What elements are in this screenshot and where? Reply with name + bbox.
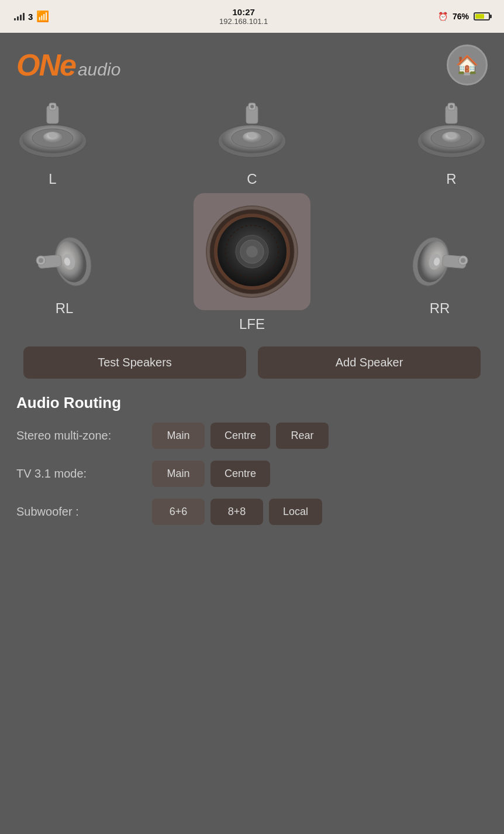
speaker-rear-right-label: RR [430,300,450,317]
speaker-center[interactable]: C [217,97,287,187]
stereo-main-button[interactable]: Main [152,423,205,449]
lfe-label: LFE [239,316,265,332]
speaker-center-label: C [247,171,257,187]
test-speakers-button[interactable]: Test Speakers [23,346,246,379]
subwoofer-row: Subwoofer : 6+6 8+8 Local [16,499,488,525]
signal-bar-3 [20,15,22,20]
battery-percent: 76% [453,12,469,21]
stereo-centre-button[interactable]: Centre [210,423,270,449]
signal-bar-2 [17,16,19,20]
speaker-left-icon [18,97,88,167]
status-left: 3 📶 [14,10,49,23]
tv31-row: TV 3.1 mode: Main Centre [16,461,488,487]
alarm-icon: ⏰ [438,12,448,21]
add-speaker-button[interactable]: Add Speaker [258,346,481,379]
svg-point-7 [51,105,54,108]
home-button[interactable]: 🏠 [447,44,488,85]
battery-icon [474,12,490,20]
svg-point-30 [39,258,43,263]
home-icon: 🏠 [455,54,479,76]
time-display: 10:27 [219,7,268,17]
svg-point-45 [461,258,465,263]
header: ONe audio 🏠 [0,33,504,91]
svg-point-15 [250,105,254,108]
sub-88-button[interactable]: 8+8 [210,499,263,525]
audio-routing-title: Audio Routing [16,394,488,412]
svg-point-37 [246,246,258,258]
tv31-centre-button[interactable]: Centre [210,461,270,487]
signal-bars [14,12,25,20]
subwoofer-label: Subwoofer : [16,505,145,519]
stereo-multizone-label: Stereo multi-zone: [16,429,145,442]
lfe-center[interactable]: LFE [194,193,310,332]
battery-container [474,12,490,20]
speaker-left[interactable]: L [18,97,88,187]
speaker-left-label: L [49,171,56,187]
battery-fill [475,14,484,19]
stereo-multizone-buttons: Main Centre Rear [152,423,329,449]
status-center: 10:27 192.168.101.1 [219,7,268,26]
lfe-middle-row: RL [0,193,504,332]
signal-bar-4 [23,13,25,20]
action-buttons: Test Speakers Add Speaker [0,332,504,388]
speaker-rear-right[interactable]: RR [405,226,475,317]
top-speakers-row: L [0,91,504,187]
sub-local-button[interactable]: Local [269,499,322,525]
speaker-right[interactable]: R [416,97,486,187]
logo: ONe audio [16,50,120,80]
speaker-right-icon [416,97,486,167]
tv31-main-button[interactable]: Main [152,461,205,487]
speaker-center-icon [217,97,287,167]
logo-one: ONe [16,50,75,80]
subwoofer-buttons: 6+6 8+8 Local [152,499,322,525]
tv31-buttons: Main Centre [152,461,270,487]
speaker-rear-left[interactable]: RL [29,226,99,317]
carrier-label: 3 [28,12,33,22]
status-right: ⏰ 76% [438,12,490,21]
sub-66-button[interactable]: 6+6 [152,499,205,525]
stereo-multizone-row: Stereo multi-zone: Main Centre Rear [16,423,488,449]
svg-point-23 [450,105,453,108]
svg-point-20 [447,132,455,138]
speaker-right-label: R [446,171,456,187]
lfe-box [194,193,310,310]
wifi-icon: 📶 [36,10,49,23]
tv31-label: TV 3.1 mode: [16,467,145,481]
app-container: ONe audio 🏠 [0,33,504,834]
speaker-rear-right-icon [405,226,475,297]
svg-point-12 [248,132,256,138]
ip-display: 192.168.101.1 [219,17,268,26]
signal-bar-1 [14,18,16,20]
speaker-rear-left-label: RL [56,300,74,317]
speaker-rear-left-icon [29,226,99,297]
stereo-rear-button[interactable]: Rear [276,423,329,449]
svg-point-4 [49,132,57,138]
logo-audio: audio [78,60,120,80]
audio-routing-section: Audio Routing Stereo multi-zone: Main Ce… [0,388,504,548]
status-bar: 3 📶 10:27 192.168.101.1 ⏰ 76% [0,0,504,33]
